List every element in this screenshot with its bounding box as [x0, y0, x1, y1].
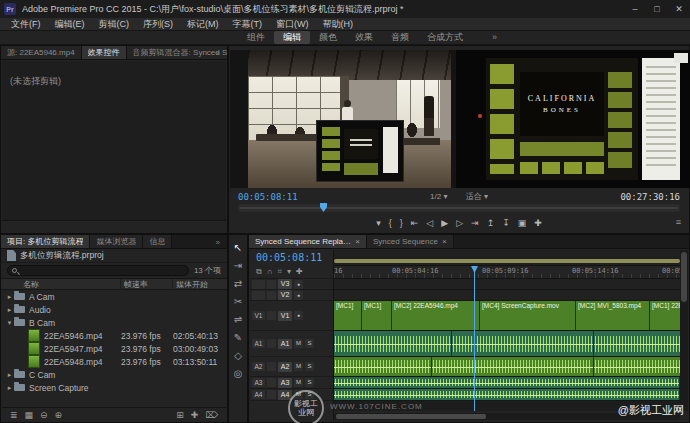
tool-button[interactable]: ⇌	[234, 315, 242, 325]
solo-toggle[interactable]: S	[305, 378, 314, 387]
project-footer-icon[interactable]: ✚	[191, 410, 199, 420]
source-patch[interactable]	[252, 291, 265, 300]
menu-item[interactable]: 文件(F)	[4, 18, 48, 31]
video-clip[interactable]: [MC1] 22EA5946	[650, 301, 680, 330]
audio-clip[interactable]	[432, 357, 594, 376]
project-footer-icon[interactable]: ⊖	[40, 410, 48, 420]
maximize-button[interactable]: □	[646, 0, 668, 18]
transport-button[interactable]: {	[389, 219, 392, 228]
vertical-scrollbar-thumb[interactable]	[681, 252, 687, 302]
track-lock-toggle[interactable]	[267, 378, 276, 387]
menu-item[interactable]: 编辑(E)	[48, 18, 92, 31]
workspace-tab[interactable]: 效果	[346, 31, 382, 44]
menu-item[interactable]: 标记(M)	[180, 18, 226, 31]
project-footer-icon[interactable]: ⊞	[176, 410, 184, 420]
timeline-timecode[interactable]: 00:05:08:11	[250, 250, 333, 266]
track-v2-lane[interactable]	[334, 290, 680, 301]
panel-tab[interactable]: 项目: 多机位剪辑流程	[1, 235, 90, 248]
tool-button[interactable]: ✎	[234, 333, 242, 343]
project-row[interactable]: 22EA5948.mp4 23.976 fps 03:13:50:11	[1, 355, 227, 368]
source-patch[interactable]: A1	[252, 339, 265, 348]
project-row[interactable]: ▸ Audio	[1, 303, 227, 316]
mute-toggle[interactable]: M	[294, 339, 303, 348]
transport-button[interactable]: ↥	[487, 219, 495, 228]
chevron-icon[interactable]: ▾	[5, 319, 14, 327]
panel-tab[interactable]: 信息	[143, 235, 172, 248]
audio-clip[interactable]	[334, 357, 432, 376]
project-footer-icon[interactable]: ⌦	[205, 410, 218, 420]
track-a1-lane[interactable]	[334, 331, 680, 357]
menu-item[interactable]: 序列(S)	[136, 18, 180, 31]
project-root-row[interactable]: 多机位剪辑流程.prproj	[1, 249, 227, 263]
timeline-toolbar-icon[interactable]: ▾	[287, 268, 291, 276]
work-area-bar[interactable]	[334, 250, 680, 266]
time-ruler[interactable]: 1600:05:04:1600:05:09:1600:05:14:1600:05…	[334, 266, 680, 279]
horizontal-scrollbar-thumb[interactable]	[336, 414, 486, 419]
timeline-toolbar-icon[interactable]: ⌗	[277, 268, 282, 276]
tab-overflow-icon[interactable]: »	[212, 49, 224, 58]
tool-button[interactable]: ↖	[234, 243, 242, 253]
source-patch[interactable]: V1	[252, 311, 265, 320]
chevron-icon[interactable]: ▸	[5, 293, 14, 301]
source-patch[interactable]: A2	[252, 362, 265, 371]
track-lock-toggle[interactable]	[267, 339, 276, 348]
timeline-playhead[interactable]	[474, 266, 475, 411]
track-a4-lane[interactable]	[334, 389, 680, 401]
track-lock-toggle[interactable]	[267, 362, 276, 371]
workspace-tab[interactable]: 合成方式	[418, 31, 472, 44]
workspace-overflow-icon[interactable]: »	[492, 32, 497, 42]
chevron-icon[interactable]: ▸	[5, 384, 14, 392]
project-row[interactable]: ▾ B Cam	[1, 316, 227, 329]
monitor-scrubber[interactable]	[238, 204, 680, 212]
sequence-tab[interactable]: Synced Sequence ×	[367, 235, 454, 248]
source-patch[interactable]: A4	[252, 390, 265, 399]
tool-button[interactable]: ◇	[234, 351, 242, 361]
panel-tab[interactable]: 媒体浏览器	[90, 235, 143, 248]
close-button[interactable]: ✕	[668, 0, 690, 18]
tool-button[interactable]: ✂	[234, 297, 242, 307]
video-clip[interactable]: [MC2] MVI_5803.mp4	[576, 301, 650, 330]
audio-clip[interactable]	[594, 331, 680, 356]
project-row[interactable]: ▸ Screen Capture	[1, 381, 227, 394]
tab-overflow-icon[interactable]: »	[212, 238, 224, 247]
mute-toggle[interactable]: M	[294, 362, 303, 371]
project-row[interactable]: ▸ C Cam	[1, 368, 227, 381]
transport-button[interactable]: ⇥	[471, 219, 479, 228]
search-input[interactable]	[7, 265, 189, 276]
mute-toggle[interactable]: M	[294, 378, 303, 387]
track-v3-lane[interactable]	[334, 279, 680, 290]
current-timecode[interactable]: 00:05:08:11	[238, 192, 298, 202]
timeline-toolbar-icon[interactable]: ✚	[296, 268, 303, 276]
track-lock-toggle[interactable]	[267, 311, 276, 320]
workspace-tab[interactable]: 编辑	[274, 31, 310, 44]
project-row[interactable]: 22EA5946.mp4 23.976 fps 02:05:40:13	[1, 329, 227, 342]
timeline-toolbar-icon[interactable]: ∩	[267, 268, 273, 276]
project-row[interactable]: ▸ A Cam	[1, 290, 227, 303]
video-clip[interactable]: [MC4] ScreenCapture.mov	[480, 301, 576, 330]
track-output-toggle-icon[interactable]: ●	[294, 291, 303, 300]
transport-button[interactable]: ◁	[426, 219, 433, 228]
video-clip[interactable]: [MC1]	[334, 301, 362, 330]
monitor-settings-icon[interactable]: ≡	[676, 217, 681, 227]
audio-clip[interactable]	[334, 389, 680, 400]
chevron-icon[interactable]: ▸	[5, 306, 14, 314]
minimize-button[interactable]: –	[624, 0, 646, 18]
zoom-fit-dropdown[interactable]: 适合 ▾	[466, 192, 488, 201]
close-icon[interactable]: ×	[442, 237, 447, 246]
timeline-tracks-area[interactable]: 1600:05:04:1600:05:09:1600:05:14:1600:05…	[334, 250, 680, 411]
track-lock-toggle[interactable]	[267, 280, 276, 289]
transport-button[interactable]: ▾	[376, 219, 381, 228]
transport-button[interactable]: ✚	[534, 219, 542, 228]
menu-item[interactable]: 字幕(T)	[226, 18, 270, 31]
column-media-start[interactable]: 媒体开始	[173, 279, 227, 290]
tool-button[interactable]: ◎	[234, 369, 243, 379]
video-clip[interactable]: [MC1]	[362, 301, 392, 330]
tool-button[interactable]: ⇥	[234, 261, 242, 271]
vertical-scrollbar[interactable]	[680, 250, 688, 411]
transport-button[interactable]: ▶	[441, 219, 448, 228]
scrubber-playhead[interactable]	[320, 203, 327, 212]
tool-button[interactable]: ⇄	[234, 279, 242, 289]
audio-clip[interactable]	[334, 331, 452, 356]
track-lock-toggle[interactable]	[267, 390, 276, 399]
solo-toggle[interactable]: S	[305, 339, 314, 348]
